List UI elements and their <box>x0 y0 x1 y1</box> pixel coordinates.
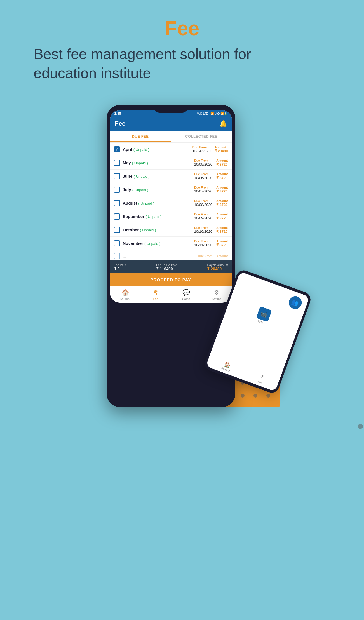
checkbox-july[interactable] <box>114 187 120 193</box>
checkbox-partial <box>114 253 120 259</box>
checkbox-august[interactable] <box>114 200 120 206</box>
fee-item-july[interactable]: July ( Unpaid ) Due From 10/07/2020 Amou… <box>110 183 232 196</box>
checkbox-april[interactable] <box>114 146 120 152</box>
checkbox-october[interactable] <box>114 227 120 233</box>
coms-nav-icon: 💬 <box>182 289 190 296</box>
tab-collected-fee[interactable]: COLLECTED FEE <box>171 131 232 142</box>
fee-paid-label: Fee Paid <box>114 263 126 267</box>
proceed-to-pay-button[interactable]: PROCEED TO PAY <box>110 273 232 286</box>
page-title: Fee <box>165 17 199 40</box>
fee-item-august[interactable]: August ( Unpaid ) Due From 10/08/2020 Am… <box>110 196 232 210</box>
app-header: Fee 🔔 <box>110 117 232 131</box>
second-nav-fee: ₹ Fee <box>257 374 264 384</box>
fee-to-be-paid-value: ₹ 116400 <box>156 267 177 271</box>
student-nav-icon: 🏠 <box>121 289 129 296</box>
checkbox-june[interactable] <box>114 173 120 179</box>
fee-bottom-bar: Fee Paid ₹ 0 Fee To Be Paid ₹ 116400 Pay… <box>110 260 232 273</box>
fee-list: April ( Unpaid ) Due From 10/04/2020 Amo… <box>110 143 232 260</box>
checkbox-september[interactable] <box>114 213 120 220</box>
bottom-dots <box>358 424 364 429</box>
fee-nav-icon: ₹ <box>154 289 158 296</box>
fee-month-august: August ( Unpaid ) <box>123 201 194 205</box>
payable-amount-section: Payble Amount ₹ 20480 <box>207 263 228 271</box>
coms-nav-label: Coms <box>182 297 190 300</box>
fee-month-november: November ( Unpaid ) <box>123 241 194 246</box>
fee-item-september[interactable]: September ( Unpaid ) Due From 10/09/2020… <box>110 210 232 223</box>
student-nav-label: Student <box>120 297 130 300</box>
page-subtitle: Best fee management solution for educati… <box>34 45 252 83</box>
fee-date-col-april: Due From 10/04/2020 <box>192 145 211 153</box>
nav-item-student[interactable]: 🏠 Student <box>110 286 140 303</box>
fee-paid-value: ₹ 0 <box>114 267 126 271</box>
tab-due-fee[interactable]: DUE FEE <box>110 131 171 142</box>
payable-amount-label: Payble Amount <box>207 263 228 267</box>
bell-icon[interactable]: 🔔 <box>219 120 227 127</box>
fee-item-april[interactable]: April ( Unpaid ) Due From 10/04/2020 Amo… <box>110 143 232 156</box>
tabs-row: DUE FEE COLLECTED FEE <box>110 131 232 143</box>
fee-item-november[interactable]: November ( Unpaid ) Due From 10/11/2020 … <box>110 237 232 250</box>
checkbox-may[interactable] <box>114 160 120 166</box>
setting-nav-label: Setting <box>212 297 221 300</box>
status-signal: VoD LTE+ 📶 VoD 📶🔋 <box>197 112 227 115</box>
bottom-nav: 🏠 Student ₹ Fee 💬 Coms ⚙ Setting <box>110 286 232 303</box>
student-icon: 👥 <box>287 294 303 311</box>
fee-month-october: October ( Unpaid ) <box>123 227 194 232</box>
fee-to-be-paid-section: Fee To Be Paid ₹ 116400 <box>156 263 177 271</box>
fee-month-may: May ( Unpaid ) <box>123 160 194 165</box>
fee-month-april: April ( Unpaid ) <box>123 147 192 152</box>
nav-item-fee[interactable]: ₹ Fee <box>140 286 171 303</box>
checkbox-november[interactable] <box>114 240 120 246</box>
fee-paid-section: Fee Paid ₹ 0 <box>114 263 126 271</box>
phone-screen: 1:38 VoD LTE+ 📶 VoD 📶🔋 Fee 🔔 DUE FEE COL… <box>110 110 232 303</box>
app-title: Fee <box>115 120 126 127</box>
setting-nav-icon: ⚙ <box>214 289 219 296</box>
fee-item-october[interactable]: October ( Unpaid ) Due From 10/10/2020 A… <box>110 223 232 237</box>
nav-item-coms[interactable]: 💬 Coms <box>171 286 201 303</box>
fee-month-september: September ( Unpaid ) <box>123 214 194 219</box>
phone-notch <box>154 105 188 113</box>
fee-amount-col-april: Amount ₹ 20480 <box>215 145 228 153</box>
fee-item-partial: ... Due From Amount <box>110 250 232 260</box>
status-time: 1:38 <box>114 112 121 116</box>
fee-month-july: July ( Unpaid ) <box>123 187 194 192</box>
fee-item-june[interactable]: June ( Unpaid ) Due From 10/06/2020 Amou… <box>110 170 232 183</box>
second-fee-icon: ₹ <box>259 374 264 381</box>
video-icon-section: 📹 Video <box>255 306 272 326</box>
fee-item-may[interactable]: May ( Unpaid ) Due From 10/05/2020 Amoun… <box>110 156 232 170</box>
fee-to-be-paid-label: Fee To Be Paid <box>156 263 177 267</box>
fee-month-june: June ( Unpaid ) <box>123 174 194 179</box>
second-nav-student: 🏠 Student <box>221 361 233 373</box>
payable-amount-value: ₹ 20480 <box>207 267 228 271</box>
fee-nav-label: Fee <box>153 297 158 300</box>
